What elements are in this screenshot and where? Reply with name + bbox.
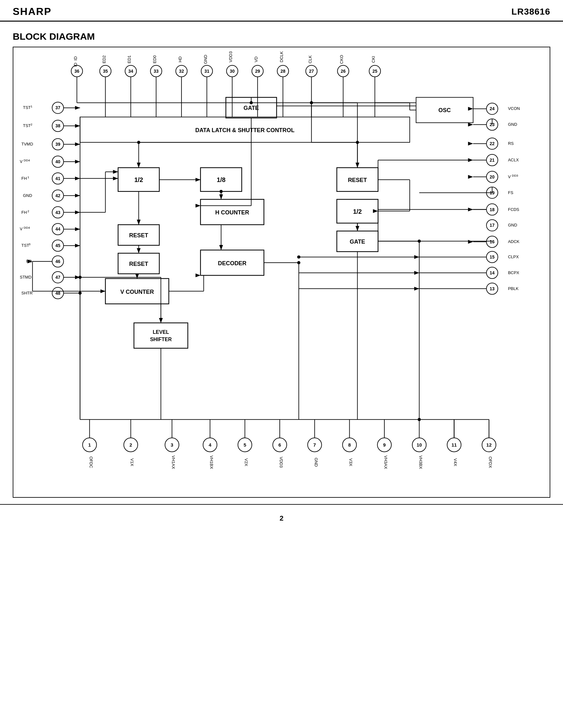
- svg-text:9: 9: [383, 442, 386, 448]
- svg-text:DD4: DD4: [24, 158, 30, 162]
- svg-text:GND: GND: [23, 193, 32, 198]
- svg-text:34: 34: [128, 69, 133, 74]
- svg-text:44: 44: [55, 226, 60, 232]
- svg-text:H COUNTER: H COUNTER: [215, 209, 249, 216]
- svg-text:VH1BX: VH1BX: [209, 455, 214, 469]
- svg-point-279: [137, 141, 140, 144]
- svg-text:V4X: V4X: [453, 458, 458, 466]
- svg-point-285: [297, 261, 301, 264]
- svg-text:13: 13: [490, 286, 495, 291]
- svg-text:SHTR: SHTR: [21, 291, 32, 295]
- svg-rect-182: [134, 323, 188, 348]
- svg-text:1/2: 1/2: [353, 208, 362, 215]
- svg-text:GND: GND: [314, 458, 319, 467]
- svg-text:OSC: OSC: [438, 107, 451, 113]
- svg-text:16: 16: [490, 239, 495, 244]
- svg-text:TST: TST: [23, 123, 31, 128]
- svg-text:41: 41: [55, 176, 60, 181]
- svg-text:1/8: 1/8: [217, 176, 226, 183]
- svg-text:V2X: V2X: [244, 458, 248, 466]
- svg-text:2: 2: [31, 123, 32, 126]
- svg-text:24: 24: [490, 106, 495, 111]
- svg-point-283: [78, 292, 82, 295]
- svg-text:GND: GND: [203, 55, 208, 64]
- svg-text:CLK: CLK: [308, 55, 313, 64]
- svg-text:15: 15: [490, 254, 495, 260]
- svg-text:8: 8: [348, 442, 351, 448]
- svg-text:SHIFTER: SHIFTER: [150, 337, 172, 342]
- svg-text:BCPX: BCPX: [508, 270, 519, 275]
- svg-text:35: 35: [103, 69, 108, 74]
- svg-text:OFDX: OFDX: [488, 456, 493, 468]
- company-logo: SHARP: [13, 6, 51, 17]
- svg-text:1: 1: [31, 104, 32, 108]
- svg-text:18: 18: [490, 207, 495, 212]
- svg-text:33: 33: [153, 69, 159, 74]
- svg-point-280: [220, 190, 223, 193]
- svg-text:DATA LATCH & SHUTTER CONTROL: DATA LATCH & SHUTTER CONTROL: [195, 127, 295, 133]
- svg-text:DCLK: DCLK: [279, 51, 284, 62]
- diagram-svg: 36 ID ID 35 ED2 34 ED1 33 ED0 32 HD 31 G…: [13, 47, 550, 497]
- svg-text:FH: FH: [21, 210, 27, 215]
- svg-text:20: 20: [490, 174, 495, 179]
- svg-text:22: 22: [490, 141, 495, 146]
- svg-text:32: 32: [179, 69, 184, 74]
- block-diagram: 36 ID ID 35 ED2 34 ED1 33 ED0 32 HD 31 G…: [13, 47, 550, 498]
- svg-text:36: 36: [74, 69, 79, 74]
- svg-text:VDD3: VDD3: [279, 457, 284, 468]
- svg-text:DD3: DD3: [512, 174, 518, 177]
- svg-text:FH: FH: [21, 176, 27, 181]
- svg-text:FCDS: FCDS: [508, 207, 519, 212]
- svg-text:DD4: DD4: [24, 226, 30, 229]
- svg-text:V1X: V1X: [130, 458, 134, 466]
- svg-text:STMD: STMD: [20, 275, 31, 280]
- header: SHARP LR38616: [0, 0, 563, 22]
- svg-text:VDD3: VDD3: [228, 51, 233, 63]
- svg-text:VCON: VCON: [508, 106, 520, 111]
- svg-text:V: V: [20, 159, 23, 164]
- svg-text:25: 25: [372, 69, 377, 74]
- svg-text:10: 10: [417, 442, 422, 448]
- svg-text:30: 30: [230, 69, 235, 74]
- svg-text:TST: TST: [23, 105, 31, 110]
- svg-text:V COUNTER: V COUNTER: [120, 289, 154, 295]
- svg-text:3: 3: [29, 242, 31, 246]
- svg-text:28: 28: [280, 69, 286, 74]
- svg-text:RESET: RESET: [129, 232, 148, 239]
- svg-text:17: 17: [490, 223, 495, 228]
- svg-text:4: 4: [208, 442, 211, 448]
- svg-text:31: 31: [204, 69, 209, 74]
- svg-text:CKI: CKI: [371, 56, 376, 63]
- svg-text:1/2: 1/2: [134, 176, 143, 183]
- svg-text:21: 21: [490, 158, 495, 163]
- svg-text:ADCK: ADCK: [508, 239, 519, 244]
- svg-text:CKO: CKO: [339, 55, 344, 64]
- svg-text:OFDC: OFDC: [89, 456, 93, 468]
- svg-text:TST: TST: [21, 243, 29, 248]
- svg-point-311: [297, 255, 301, 259]
- svg-text:5: 5: [243, 442, 246, 448]
- svg-text:VH3BX: VH3BX: [418, 455, 423, 469]
- svg-text:6: 6: [278, 442, 281, 448]
- svg-text:PBLK: PBLK: [508, 286, 519, 291]
- svg-text:VH3AX: VH3AX: [383, 455, 388, 469]
- svg-text:38: 38: [55, 123, 60, 128]
- svg-text:CLPX: CLPX: [508, 254, 519, 259]
- svg-text:HD: HD: [178, 57, 182, 63]
- svg-text:ID: ID: [73, 56, 78, 60]
- svg-text:40: 40: [55, 159, 60, 164]
- svg-text:RESET: RESET: [129, 261, 148, 267]
- svg-text:TVMD: TVMD: [21, 142, 33, 146]
- svg-text:RS: RS: [508, 141, 514, 146]
- svg-text:LEVEL: LEVEL: [153, 329, 169, 335]
- svg-text:DECODER: DECODER: [218, 260, 247, 266]
- svg-text:42: 42: [55, 193, 60, 198]
- svg-text:3: 3: [171, 442, 173, 448]
- svg-text:GND: GND: [508, 223, 517, 227]
- page-title: BLOCK DIAGRAM: [0, 22, 563, 47]
- svg-point-288: [418, 418, 421, 421]
- svg-text:39: 39: [55, 142, 60, 147]
- svg-text:45: 45: [55, 243, 60, 248]
- svg-text:VD: VD: [254, 57, 258, 62]
- svg-text:V: V: [508, 174, 511, 179]
